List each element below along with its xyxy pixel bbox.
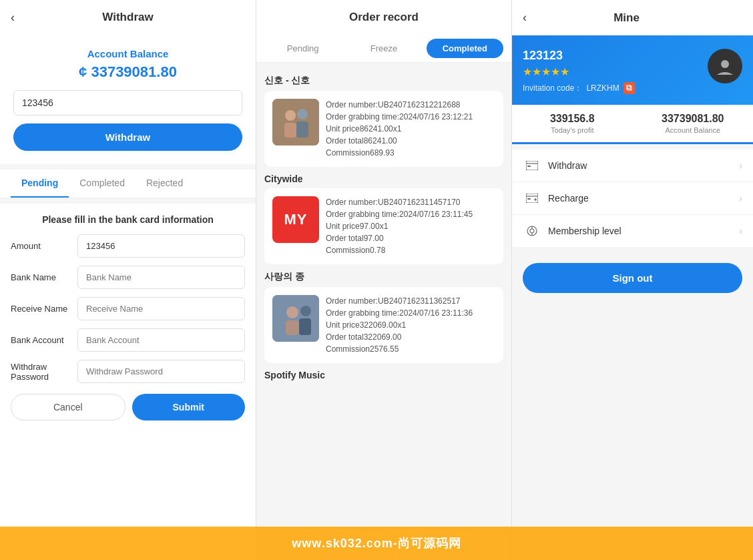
tab-completed[interactable]: Completed xyxy=(69,170,136,198)
order-number-2: Order number:UB2407162311457170 xyxy=(326,196,495,208)
todays-profit-value: 339156.8 xyxy=(517,113,628,125)
order-commission-2: Commission0.78 xyxy=(326,244,495,256)
submit-button[interactable]: Submit xyxy=(132,394,246,421)
amount-label: Amount xyxy=(11,241,77,251)
mine-profile-card: 123123 ★★★★★ Invitation code： LRZKHM xyxy=(512,35,753,105)
withdraw-amount-input[interactable] xyxy=(13,90,242,115)
account-balance-label: Account Balance xyxy=(13,48,242,59)
withdraw-button[interactable]: Withdraw xyxy=(13,123,242,151)
profile-stars: ★★★★★ xyxy=(523,65,636,78)
account-balance-value: ¢ 33739081.80 xyxy=(13,63,242,81)
withdraw-icon xyxy=(523,159,541,172)
order-card-2: MY Order number:UB2407162311457170 Order… xyxy=(264,188,503,264)
stat-todays-profit: 339156.8 Today's profit xyxy=(512,105,633,142)
profile-info: 123123 ★★★★★ Invitation code： LRZKHM xyxy=(523,49,636,94)
bank-form-title: Please fill in the bank card information xyxy=(11,214,245,225)
mine-menu: Withdraw › Recharge › xyxy=(512,150,753,247)
svg-rect-0 xyxy=(272,99,319,146)
svg-rect-15 xyxy=(527,166,531,167)
menu-item-withdraw[interactable]: Withdraw › xyxy=(512,150,753,182)
order-number-1: Order number:UB2407162312212688 xyxy=(326,99,495,111)
bank-name-row: Bank Name xyxy=(11,266,245,289)
account-balance-stat-label: Account Balance xyxy=(638,126,748,134)
svg-point-12 xyxy=(721,60,729,68)
copy-icon[interactable] xyxy=(623,82,636,94)
svg-rect-2 xyxy=(284,123,296,137)
order-image-1 xyxy=(272,99,319,146)
app-container: ‹ Withdraw Account Balance ¢ 33739081.80… xyxy=(0,0,753,560)
order-unit-price-3: Unit price322069.00x1 xyxy=(326,319,495,331)
mine-back-icon[interactable]: ‹ xyxy=(523,11,527,25)
amount-field[interactable] xyxy=(77,234,245,258)
bank-account-label: Bank Account xyxy=(11,335,77,345)
tab-pending[interactable]: Pending xyxy=(11,170,69,198)
withdraw-panel: ‹ Withdraw Account Balance ¢ 33739081.80… xyxy=(0,0,256,560)
menu-item-membership[interactable]: Membership level › xyxy=(512,215,753,247)
order-number-3: Order number:UB2407162311362517 xyxy=(326,295,495,307)
order-list: 신호 - 신호 Order number:UB2407162312212688 … xyxy=(256,63,511,560)
profile-username: 123123 xyxy=(523,49,636,63)
withdraw-arrow: › xyxy=(739,160,742,171)
mine-title: Mine xyxy=(613,11,656,25)
withdraw-menu-label: Withdraw xyxy=(548,160,739,171)
invitation-code-value: LRZKHM xyxy=(586,83,619,93)
svg-point-8 xyxy=(300,306,311,316)
order-image-2: MY xyxy=(272,196,319,243)
menu-item-recharge[interactable]: Recharge › xyxy=(512,182,753,215)
order-tab-freeze[interactable]: Freeze xyxy=(345,39,422,58)
withdraw-title: Withdraw xyxy=(102,11,153,24)
order-time-2: Order grabbing time:2024/07/16 23:11:45 xyxy=(326,208,495,220)
order-image-3 xyxy=(272,295,319,342)
svg-rect-10 xyxy=(628,86,632,90)
bank-form-section: Please fill in the bank card information… xyxy=(0,204,256,560)
signout-button[interactable]: Sign out xyxy=(523,263,742,293)
bank-account-row: Bank Account xyxy=(11,328,245,352)
order-unit-price-2: Unit price97.00x1 xyxy=(326,220,495,232)
form-actions: Cancel Submit xyxy=(11,394,245,421)
order-total-1: Order total86241.00 xyxy=(326,135,495,147)
order-card-3: Order number:UB2407162311362517 Order gr… xyxy=(264,287,503,363)
membership-menu-label: Membership level xyxy=(548,226,739,236)
svg-point-1 xyxy=(285,110,296,121)
back-icon[interactable]: ‹ xyxy=(11,11,15,25)
recharge-arrow: › xyxy=(739,193,742,204)
stat-account-balance: 33739081.80 Account Balance xyxy=(633,105,754,142)
recharge-icon xyxy=(523,192,541,205)
group-label-1: 신호 - 신호 xyxy=(264,75,503,87)
order-unit-price-1: Unit price86241.00x1 xyxy=(326,123,495,135)
svg-point-22 xyxy=(530,229,534,233)
group-label-4: Spotify Music xyxy=(264,370,503,380)
receive-name-field[interactable] xyxy=(77,297,245,320)
group-label-2: Citywide xyxy=(264,174,503,184)
order-total-2: Order total97.00 xyxy=(326,232,495,244)
amount-row: Amount xyxy=(11,234,245,258)
cancel-button[interactable]: Cancel xyxy=(11,394,125,421)
svg-point-3 xyxy=(297,109,308,119)
order-tab-pending[interactable]: Pending xyxy=(264,39,341,58)
bank-name-field[interactable] xyxy=(77,266,245,289)
withdraw-tabs: Pending Completed Rejected xyxy=(0,170,256,198)
order-total-3: Order total322069.00 xyxy=(326,331,495,343)
order-header: Order record xyxy=(256,0,511,35)
order-info-2: Order number:UB2407162311457170 Order gr… xyxy=(326,196,495,256)
receive-name-row: Receive Name xyxy=(11,297,245,320)
membership-arrow: › xyxy=(739,226,742,236)
order-commission-3: Commission2576.55 xyxy=(326,343,495,355)
withdraw-password-field[interactable] xyxy=(77,360,245,383)
membership-icon xyxy=(523,224,541,238)
account-section: Account Balance ¢ 33739081.80 Withdraw xyxy=(0,35,256,164)
tab-rejected[interactable]: Rejected xyxy=(136,170,194,198)
order-tab-completed[interactable]: Completed xyxy=(427,39,503,58)
svg-rect-11 xyxy=(626,85,630,89)
withdraw-password-label: Withdraw Password xyxy=(11,362,77,382)
avatar xyxy=(708,49,742,83)
order-tabs: Pending Freeze Completed xyxy=(256,35,511,63)
invitation-label: Invitation code： xyxy=(523,83,582,94)
bank-account-field[interactable] xyxy=(77,328,245,352)
withdraw-password-row: Withdraw Password xyxy=(11,360,245,383)
watermark: www.sk032.com-尚可源码网 xyxy=(0,527,753,560)
svg-rect-16 xyxy=(526,194,538,203)
order-time-3: Order grabbing time:2024/07/16 23:11:36 xyxy=(326,307,495,319)
mine-panel: ‹ Mine 123123 ★★★★★ Invitation code： LRZ… xyxy=(511,0,753,560)
profile-stats: 339156.8 Today's profit 33739081.80 Acco… xyxy=(512,105,753,144)
